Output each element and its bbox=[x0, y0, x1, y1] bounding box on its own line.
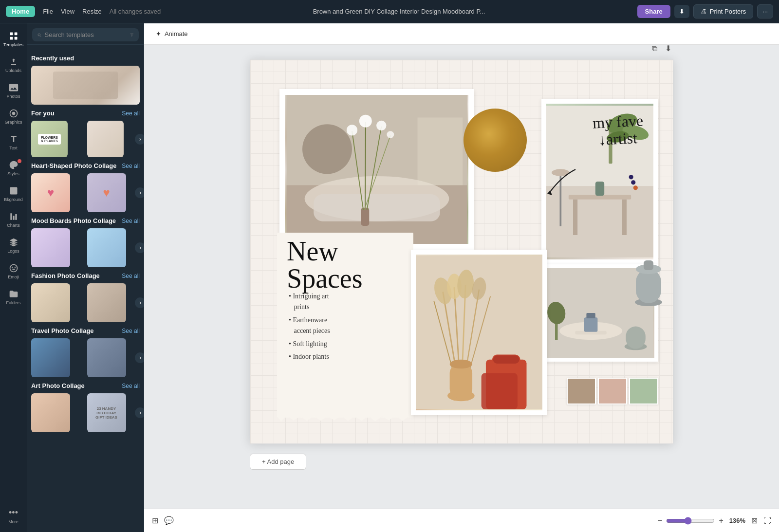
filter-icon bbox=[130, 32, 134, 38]
svg-rect-67 bbox=[636, 269, 661, 303]
sidebar-item-text[interactable]: Text bbox=[2, 130, 25, 154]
canvas-wrapper: ⧉ ⬇ bbox=[250, 59, 673, 470]
fashion-next-button[interactable]: › bbox=[135, 297, 144, 308]
comment-button[interactable]: 💬 bbox=[164, 516, 174, 525]
search-input[interactable] bbox=[45, 31, 127, 38]
print-button[interactable]: 🖨 Print Posters bbox=[693, 4, 753, 18]
heart-shaped-next-button[interactable]: › bbox=[135, 187, 144, 198]
grid-view-button[interactable]: ⊞ bbox=[152, 516, 158, 525]
saved-status: All changes saved bbox=[110, 8, 161, 15]
design-canvas[interactable]: my fave ↓artist bbox=[250, 59, 673, 444]
search-bar[interactable] bbox=[32, 28, 139, 41]
template-item[interactable] bbox=[31, 393, 70, 432]
svg-rect-52 bbox=[450, 364, 472, 398]
photo-living-room bbox=[285, 95, 468, 244]
svg-point-4 bbox=[12, 112, 15, 115]
golden-circle bbox=[464, 109, 527, 172]
template-item[interactable]: ♥ bbox=[31, 173, 70, 212]
download-icon: ⬇ bbox=[679, 8, 685, 15]
sidebar-item-styles[interactable]: Styles bbox=[2, 156, 25, 180]
template-item[interactable] bbox=[31, 228, 70, 267]
zoom-slider[interactable] bbox=[666, 517, 715, 525]
canvas-scroll[interactable]: ⧉ ⬇ bbox=[144, 45, 779, 509]
template-item[interactable] bbox=[87, 121, 124, 157]
svg-rect-56 bbox=[482, 373, 518, 409]
zoom-value: 136% bbox=[729, 517, 745, 524]
for-you-title: For you bbox=[31, 110, 55, 117]
svg-point-35 bbox=[552, 169, 570, 176]
sidebar-item-templates[interactable]: Templates bbox=[2, 27, 25, 51]
add-page-button[interactable]: + Add page bbox=[250, 454, 306, 470]
canvas-area: ✦ Animate ⧉ ⬇ bbox=[144, 23, 779, 532]
home-button[interactable]: Home bbox=[6, 6, 35, 17]
travel-next-button[interactable]: › bbox=[135, 352, 144, 363]
svg-point-37 bbox=[631, 180, 635, 184]
for-you-next-button[interactable]: › bbox=[135, 134, 144, 145]
svg-rect-69 bbox=[644, 260, 653, 270]
travel-title: Travel Photo Collage bbox=[31, 327, 94, 334]
zoom-out-button[interactable]: − bbox=[658, 516, 662, 525]
art-see-all[interactable]: See all bbox=[122, 383, 140, 389]
travel-see-all[interactable]: See all bbox=[122, 328, 140, 334]
share-button[interactable]: Share bbox=[637, 5, 670, 18]
sidebar-item-logos[interactable]: Logos bbox=[2, 234, 25, 257]
template-item[interactable] bbox=[31, 338, 70, 377]
fit-screen-button[interactable]: ⊠ bbox=[751, 516, 758, 525]
zoom-in-button[interactable]: + bbox=[719, 516, 723, 525]
heart-shaped-see-all[interactable]: See all bbox=[122, 163, 140, 169]
copy-canvas-button[interactable]: ⧉ bbox=[650, 45, 659, 55]
svg-point-20 bbox=[359, 115, 372, 128]
photo-card-right[interactable] bbox=[541, 99, 658, 264]
view-menu[interactable]: View bbox=[61, 8, 74, 15]
fullscreen-button[interactable]: ⛶ bbox=[763, 516, 771, 525]
sidebar-item-uploads[interactable]: Uploads bbox=[2, 53, 25, 77]
mood-boards-next-button[interactable]: › bbox=[135, 242, 144, 253]
panel-search bbox=[27, 23, 144, 45]
photo-room-plants bbox=[546, 104, 653, 259]
more-button[interactable]: ··· bbox=[757, 4, 773, 18]
sidebar-item-more[interactable]: ••• More bbox=[2, 504, 25, 528]
canvas-toolbar: ✦ Animate bbox=[144, 23, 779, 45]
sidebar-item-folders[interactable]: Folders bbox=[2, 285, 25, 309]
bottom-right-controls: − + 136% ⊠ ⛶ bbox=[658, 516, 771, 525]
photo-card-main[interactable] bbox=[279, 89, 474, 250]
fashion-see-all[interactable]: See all bbox=[122, 273, 140, 279]
photo-card-boho[interactable] bbox=[411, 250, 547, 415]
sidebar-item-emoji[interactable]: Emoji bbox=[2, 259, 25, 283]
printer-icon: 🖨 bbox=[701, 8, 707, 15]
svg-rect-31 bbox=[573, 200, 577, 235]
for-you-see-all[interactable]: See all bbox=[122, 110, 140, 117]
logos-icon bbox=[9, 238, 19, 247]
download-canvas-button[interactable]: ⬇ bbox=[663, 45, 673, 55]
mood-boards-see-all[interactable]: See all bbox=[122, 218, 140, 224]
svg-rect-5 bbox=[10, 187, 17, 195]
photo-boho bbox=[416, 255, 542, 410]
template-item[interactable]: 23 HANDYBIRTHDAYGIFT IDEAS bbox=[87, 393, 126, 432]
template-item[interactable] bbox=[87, 228, 126, 267]
charts-icon bbox=[9, 212, 19, 221]
sidebar-item-graphics[interactable]: Graphics bbox=[2, 105, 25, 128]
template-item[interactable] bbox=[31, 283, 70, 322]
mood-boards-title: Mood Boards Photo Collage bbox=[31, 217, 116, 224]
resize-menu[interactable]: Resize bbox=[82, 8, 102, 15]
sidebar-item-photos[interactable]: Photos bbox=[2, 79, 25, 103]
file-menu[interactable]: File bbox=[43, 8, 53, 15]
templates-panel: Recently used For you See all FLOWERS& P… bbox=[27, 23, 144, 532]
add-page-area: + Add page bbox=[250, 454, 673, 470]
sidebar-item-charts[interactable]: Charts bbox=[2, 208, 25, 232]
bullet-list: • Intriguing art prints• Earthenware acc… bbox=[289, 291, 330, 364]
download-button[interactable]: ⬇ bbox=[674, 5, 689, 18]
folders-icon bbox=[9, 289, 19, 299]
art-next-button[interactable]: › bbox=[135, 407, 144, 418]
template-item[interactable] bbox=[87, 283, 126, 322]
heart-shaped-grid: ♥ ♥ › bbox=[31, 173, 140, 212]
template-item[interactable] bbox=[87, 338, 126, 377]
svg-rect-61 bbox=[586, 313, 595, 318]
recently-used-template[interactable] bbox=[31, 66, 140, 105]
animate-button[interactable]: ✦ Animate bbox=[152, 28, 192, 39]
template-item[interactable]: FLOWERS& PLANTS bbox=[31, 121, 68, 157]
sidebar-item-background[interactable]: Bkground bbox=[2, 182, 25, 206]
svg-rect-33 bbox=[595, 182, 604, 196]
template-item[interactable]: ♥ bbox=[87, 173, 126, 212]
svg-rect-0 bbox=[10, 33, 13, 36]
